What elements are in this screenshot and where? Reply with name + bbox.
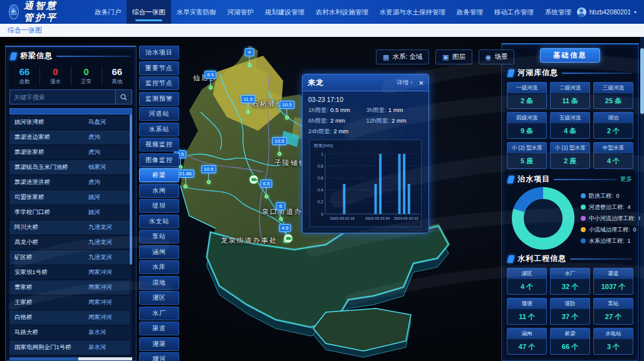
nav-item[interactable]: 综合一张图: [127, 0, 171, 24]
layer-menu-item[interactable]: 泵站: [139, 230, 179, 243]
map-marker[interactable]: 10.5: [272, 137, 287, 156]
layer-menu-item[interactable]: 水闸: [139, 184, 179, 198]
table-row[interactable]: 集贤水库桥 泉水河: [9, 355, 132, 357]
layer-menu-item[interactable]: 堰河: [139, 352, 179, 361]
table-row[interactable]: 王家桥 周家冲河: [9, 295, 132, 310]
popup-detail-link[interactable]: 详情 ›: [397, 79, 413, 87]
river-name-cell: 泉水河: [83, 340, 132, 355]
layer-menu-item[interactable]: 河道站: [139, 107, 179, 121]
nav-item[interactable]: 政务门户: [89, 0, 127, 24]
search-button[interactable]: [116, 89, 132, 104]
nav-item[interactable]: 农村水利设施管理: [310, 0, 374, 24]
nav-item[interactable]: 系统管理: [539, 0, 577, 24]
user-menu[interactable]: hbzb42080201 ▾: [577, 8, 636, 17]
more-link[interactable]: 更多: [620, 175, 632, 183]
section-marker-icon: [507, 176, 515, 183]
svg-text:2023-03-22 19: 2023-03-22 19: [330, 216, 355, 220]
layer-menu-item[interactable]: 视频监控: [139, 138, 179, 151]
legend-item: 防洪工程: 0: [581, 192, 642, 200]
table-row[interactable]: 高龙小桥 九潜龙河: [9, 235, 132, 250]
river-name-cell: 虎沟: [83, 145, 132, 160]
table-row[interactable]: 司盟张家桥 姚河: [9, 190, 132, 205]
table-row[interactable]: 阿川大桥 九潜龙河: [9, 220, 132, 235]
map-control-button[interactable]: ◉ 场景: [479, 49, 515, 64]
camera-marker[interactable]: [284, 234, 293, 243]
table-row[interactable]: 姚河张湾桥 马盘河: [9, 115, 132, 130]
legend-label: 防洪工程:: [589, 192, 613, 200]
table-row[interactable]: 白艳桥 周家冲河: [9, 310, 132, 325]
nav-item[interactable]: 移动工作管理: [489, 0, 539, 24]
card-label: 小 (2) 型水库: [507, 143, 546, 153]
layer-menu-item[interactable]: 水系站: [139, 123, 179, 136]
camera-marker[interactable]: [249, 175, 259, 185]
layer-menu-item[interactable]: 桥梁: [139, 168, 179, 182]
table-row[interactable]: 国家电网荆全门1号桥 泉水河: [9, 340, 132, 355]
nav-item[interactable]: 水资源与水土保持管理: [374, 0, 451, 24]
layer-menu-item[interactable]: 重要节点: [139, 61, 179, 75]
map-marker[interactable]: 6: [276, 202, 286, 221]
map-marker[interactable]: 10.5: [201, 165, 216, 184]
map-marker[interactable]: 21.86: [177, 170, 194, 188]
layer-menu-item[interactable]: 水文站: [139, 215, 179, 228]
river-name-cell: 周家冲河: [83, 295, 132, 310]
metric-value: 0.5 mm: [330, 106, 350, 114]
nav-item[interactable]: 水旱灾害防御: [171, 0, 222, 24]
table-row[interactable]: 马路大桥 泉水河: [9, 325, 132, 340]
search-input[interactable]: [9, 89, 116, 104]
layer-menu-item[interactable]: 涵闸: [139, 245, 179, 259]
camera-icon: [286, 237, 291, 240]
map-marker[interactable]: 6.5: [204, 71, 216, 89]
metric-value: 2 mm: [330, 117, 345, 125]
map-marker[interactable]: 11.5: [241, 95, 256, 114]
town-label: 龙泉街道办事处: [221, 236, 278, 245]
marker-value-badge: 4: [245, 48, 254, 56]
nav-item[interactable]: 政务管理: [451, 0, 489, 24]
layer-menu-label: 水厂: [152, 309, 166, 318]
basic-info-badge[interactable]: 基础信息: [540, 48, 600, 63]
layer-menu-item[interactable]: 堤坝: [139, 199, 179, 213]
map-marker[interactable]: 10.5: [279, 101, 294, 119]
table-scrollbar-thumb[interactable]: [130, 114, 132, 265]
layer-menu-item[interactable]: 灌区: [139, 291, 179, 305]
river-name-cell: 泉水河: [83, 355, 132, 357]
river-name-cell: 周家冲河: [83, 310, 132, 325]
table-row[interactable]: 矿区桥 九潜龙河: [9, 250, 132, 265]
breadcrumb[interactable]: 综合一张图: [8, 26, 42, 35]
layer-menu-item[interactable]: 监测预警: [139, 92, 179, 106]
map-control-button[interactable]: ▣ 图层: [435, 49, 472, 64]
table-row[interactable]: 票渠镇岛玉米门池桥 钱家河: [9, 160, 132, 175]
map-control-button[interactable]: ▦ 水系: 全域: [376, 49, 429, 64]
table-hscrollbar-thumb[interactable]: [9, 357, 78, 360]
rainfall-metric: 1h雨量: 0.5 mm: [308, 106, 365, 114]
table-row[interactable]: 票渠张家桥 虎沟: [9, 145, 132, 160]
page-scrollbar-thumb[interactable]: [640, 48, 644, 114]
table-row[interactable]: 曹家桥 周家冲河: [9, 280, 132, 295]
table-row[interactable]: 票渠道泄洪桥 虎沟: [9, 175, 132, 190]
layer-menu-item[interactable]: 水库: [139, 260, 179, 274]
map-control-label: 场景: [494, 53, 507, 61]
layer-menu-item[interactable]: 水厂: [139, 307, 179, 320]
river-name-cell: 虎沟: [83, 175, 132, 190]
nav-item-label: 农村水利设施管理: [316, 8, 368, 16]
table-row[interactable]: 李学校门口桥 姚河: [9, 205, 132, 220]
nav-item[interactable]: 规划建设管理: [259, 0, 310, 24]
close-icon[interactable]: ×: [418, 79, 423, 87]
card-value: 4 条: [551, 123, 589, 138]
layer-menu-item[interactable]: 监控节点: [139, 76, 179, 90]
layer-menu-item[interactable]: 渠道: [139, 322, 179, 335]
nav-item[interactable]: 河湖管护: [222, 0, 259, 24]
sailboat-logo-icon: [9, 4, 19, 19]
layer-menu-item[interactable]: 湿地: [139, 276, 179, 290]
layer-menu-item[interactable]: 灌渠: [139, 337, 179, 351]
camera-icon: [252, 178, 256, 181]
map-marker[interactable]: 4: [245, 48, 254, 67]
layer-menu-item[interactable]: 图像监控: [139, 153, 179, 167]
layer-menu-item[interactable]: 治水项目: [139, 46, 179, 59]
marker-pin-line: [279, 145, 279, 152]
table-row[interactable]: 安家坝1号桥 周家冲河: [9, 265, 132, 280]
map-marker[interactable]: 6.5: [260, 180, 272, 198]
stat-label: 漫水: [40, 78, 70, 86]
metric-value: 2 mm: [392, 117, 407, 125]
nav-item-label: 政务门户: [95, 8, 121, 16]
table-row[interactable]: 票渠道边家桥 虎沟: [9, 130, 132, 145]
